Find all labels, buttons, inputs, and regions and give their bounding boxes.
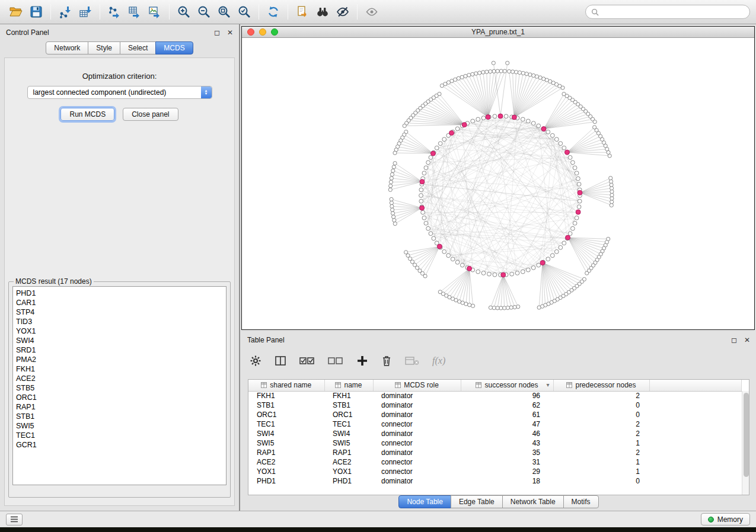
tab-network[interactable]: Network — [46, 41, 88, 55]
node-table-cell[interactable]: STB1 — [248, 400, 324, 410]
node-table-cell[interactable]: 1 — [553, 467, 649, 476]
maximize-window-icon[interactable] — [271, 28, 278, 36]
zoom-in-button[interactable] — [174, 2, 194, 21]
node-table-cell[interactable]: 43 — [461, 438, 553, 448]
tab-mcds[interactable]: MCDS — [155, 41, 193, 55]
node-table-cell[interactable]: dominator — [373, 410, 461, 419]
mcds-result-list[interactable]: PHD1CAR1STP4TID3YOX1SWI4SRD1PMA2FKH1ACE2… — [12, 286, 227, 485]
node-table-cell[interactable]: SWI4 — [248, 429, 324, 438]
zoom-selected-button[interactable] — [234, 2, 254, 21]
add-column-icon[interactable] — [356, 355, 368, 367]
mcds-result-item[interactable]: PHD1 — [13, 289, 226, 298]
mcds-result-item[interactable]: ORC1 — [13, 393, 226, 402]
unselect-all-icon[interactable] — [328, 355, 343, 367]
node-table-row[interactable]: RAP1RAP1dominator352 — [248, 448, 742, 457]
mcds-result-item[interactable]: SWI5 — [13, 421, 226, 431]
node-table-cell[interactable]: connector — [373, 419, 461, 429]
show-columns-icon[interactable] — [275, 355, 286, 367]
node-table-cell[interactable]: SWI5 — [248, 438, 324, 448]
node-table-row[interactable]: STB1STB1dominator620 — [248, 400, 742, 410]
table-scrollbar-thumb[interactable] — [744, 393, 749, 477]
node-table-cell[interactable]: 62 — [461, 400, 553, 410]
node-table-cell[interactable]: 0 — [553, 476, 649, 486]
export-table-button[interactable] — [125, 2, 145, 21]
node-table-row[interactable]: ACE2ACE2connector311 — [248, 457, 742, 467]
table-settings-gear-icon[interactable] — [250, 355, 261, 367]
mcds-result-item[interactable]: STB1 — [13, 412, 226, 421]
node-table-cell[interactable]: 0 — [553, 410, 649, 419]
node-table-cell[interactable]: connector — [373, 467, 461, 476]
mcds-result-item[interactable]: PMA2 — [13, 355, 226, 364]
search-binoculars-button[interactable] — [312, 2, 333, 21]
column-header-name[interactable]: name — [324, 380, 373, 391]
node-table-cell[interactable]: FKH1 — [324, 391, 373, 400]
export-image-button[interactable] — [145, 2, 165, 21]
node-table-cell[interactable]: 46 — [461, 429, 553, 438]
table-scrollbar[interactable] — [742, 391, 749, 495]
node-table-cell[interactable]: dominator — [373, 400, 461, 410]
node-table-cell[interactable]: RAP1 — [248, 448, 324, 457]
refresh-view-button[interactable] — [263, 2, 283, 21]
export-network-button[interactable] — [104, 2, 125, 21]
node-table-cell[interactable]: dominator — [373, 476, 461, 486]
close-panel-button[interactable]: Close panel — [123, 108, 178, 121]
mcds-result-item[interactable]: STB5 — [13, 383, 226, 393]
node-table-row[interactable]: FKH1FKH1dominator962 — [248, 391, 742, 400]
node-table-cell[interactable]: 2 — [553, 448, 649, 457]
close-panel-icon[interactable]: ✕ — [744, 336, 750, 344]
mcds-result-item[interactable]: STP4 — [13, 307, 226, 317]
mcds-result-item[interactable]: RAP1 — [13, 402, 226, 412]
node-table-cell[interactable]: ORC1 — [248, 410, 324, 419]
mcds-result-item[interactable]: CAR1 — [13, 298, 226, 307]
node-table-row[interactable]: TEC1TEC1connector472 — [248, 419, 742, 429]
search-input[interactable] — [602, 8, 744, 16]
node-table-cell[interactable]: 61 — [461, 410, 553, 419]
tab-style[interactable]: Style — [88, 41, 120, 55]
node-table-cell[interactable]: 18 — [461, 476, 553, 486]
save-session-button[interactable] — [26, 2, 46, 21]
node-table-cell[interactable]: dominator — [373, 429, 461, 438]
node-table-cell[interactable]: ORC1 — [324, 410, 373, 419]
node-table-cell[interactable]: connector — [373, 438, 461, 448]
mcds-result-item[interactable]: TEC1 — [13, 431, 226, 440]
node-table-cell[interactable]: PHD1 — [324, 476, 373, 486]
node-table-cell[interactable]: YOX1 — [324, 467, 373, 476]
mcds-result-item[interactable]: ACE2 — [13, 374, 226, 383]
node-table-cell[interactable]: connector — [373, 457, 461, 467]
node-table-row[interactable]: SWI4SWI4dominator462 — [248, 429, 742, 438]
network-search-box[interactable] — [585, 5, 750, 19]
close-window-icon[interactable] — [247, 28, 254, 36]
node-table-cell[interactable]: 0 — [553, 400, 649, 410]
zoom-fit-button[interactable] — [214, 2, 234, 21]
run-mcds-button[interactable]: Run MCDS — [60, 108, 114, 121]
column-header-shared-name[interactable]: shared name — [248, 380, 324, 391]
open-session-button[interactable] — [6, 2, 26, 21]
tab-motifs[interactable]: Motifs — [563, 495, 599, 508]
node-table-cell[interactable]: FKH1 — [248, 391, 324, 400]
node-table-cell[interactable]: 2 — [553, 419, 649, 429]
mcds-result-item[interactable]: SWI4 — [13, 336, 226, 345]
close-panel-icon[interactable]: ✕ — [227, 29, 233, 36]
node-table-cell[interactable]: TEC1 — [248, 419, 324, 429]
sort-descending-icon[interactable]: ▾ — [546, 382, 549, 388]
node-table-row[interactable]: PHD1PHD1dominator180 — [248, 476, 742, 486]
mcds-result-item[interactable]: SRD1 — [13, 345, 226, 355]
node-table-cell[interactable]: 1 — [553, 438, 649, 448]
minimize-window-icon[interactable] — [259, 28, 266, 36]
eye-button[interactable] — [362, 2, 382, 21]
node-table-cell[interactable]: ACE2 — [248, 457, 324, 467]
node-table-cell[interactable]: TEC1 — [324, 419, 373, 429]
mcds-result-item[interactable]: YOX1 — [13, 326, 226, 336]
node-table-cell[interactable]: 29 — [461, 467, 553, 476]
toggle-graphics-button[interactable] — [333, 2, 353, 21]
node-table-cell[interactable]: SWI5 — [324, 438, 373, 448]
console-button[interactable] — [6, 514, 23, 525]
tab-select[interactable]: Select — [120, 41, 156, 55]
node-table-cell[interactable]: 2 — [553, 429, 649, 438]
node-table-row[interactable]: SWI5SWI5connector431 — [248, 438, 742, 448]
zoom-out-button[interactable] — [194, 2, 214, 21]
tab-node-table[interactable]: Node Table — [398, 495, 451, 508]
delete-column-trash-icon[interactable] — [381, 355, 392, 367]
node-table-cell[interactable]: STB1 — [324, 400, 373, 410]
node-table-row[interactable]: ORC1ORC1dominator610 — [248, 410, 742, 419]
